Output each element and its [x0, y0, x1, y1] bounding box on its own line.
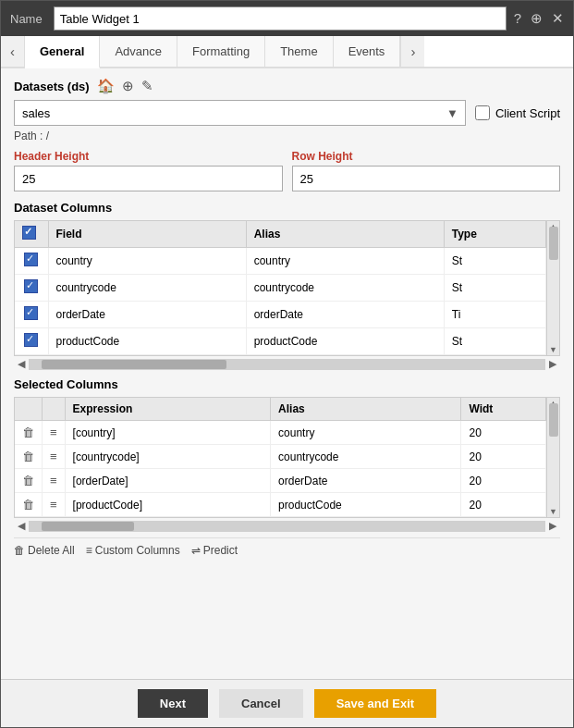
- predict-button[interactable]: ⇌ Predict: [191, 544, 238, 557]
- row-height-input[interactable]: [292, 166, 561, 191]
- sel-col-header-del: [15, 398, 43, 421]
- alias-orderdate: orderDate: [246, 302, 444, 328]
- tab-scroll-left[interactable]: ‹: [1, 36, 25, 67]
- drag-icon[interactable]: ≡: [50, 450, 57, 463]
- alias-country: country: [246, 248, 444, 275]
- tab-advance[interactable]: Advance: [100, 36, 177, 67]
- drag-icon[interactable]: ≡: [50, 474, 57, 487]
- custom-columns-button[interactable]: ≡ Custom Columns: [86, 544, 180, 557]
- client-script-checkbox[interactable]: [475, 105, 490, 120]
- alias-sel-countrycode: countrycode: [271, 445, 461, 469]
- cancel-button[interactable]: Cancel: [219, 689, 303, 718]
- selected-columns-section: Selected Columns Expression Alias Widt: [14, 377, 560, 534]
- edit-dataset-icon[interactable]: ✎: [141, 78, 153, 94]
- name-label: Name: [10, 12, 43, 26]
- col-header-alias: Alias: [246, 221, 444, 248]
- dataset-hscroll-area: ◀ ▶: [14, 356, 560, 372]
- row-check-countrycode: [15, 275, 48, 302]
- table-row: 🗑 ≡ [country] country 20: [15, 421, 546, 445]
- dataset-select[interactable]: sales: [14, 100, 466, 126]
- title-icons: ? ⊕ ✕: [514, 10, 564, 27]
- alias-sel-country: country: [271, 421, 461, 445]
- checkbox-productcode[interactable]: [24, 333, 38, 347]
- trash-icon[interactable]: 🗑: [22, 426, 34, 439]
- predict-icon: ⇌: [191, 544, 201, 557]
- height-fields: Header Height Row Height: [14, 150, 560, 191]
- sel-col-header-expression: Expression: [65, 398, 270, 421]
- close-icon[interactable]: ✕: [552, 10, 564, 27]
- move-productcode: ≡: [43, 493, 66, 517]
- save-exit-button[interactable]: Save and Exit: [314, 689, 437, 718]
- tab-formatting[interactable]: Formatting: [177, 36, 265, 67]
- row-check-country: [15, 248, 48, 275]
- name-input[interactable]: [54, 6, 507, 31]
- vscroll-down-arrow[interactable]: ▼: [547, 345, 559, 354]
- alias-sel-orderdate: orderDate: [271, 469, 461, 493]
- delete-all-icon: 🗑: [14, 544, 25, 557]
- expr-country: [country]: [65, 421, 270, 445]
- main-window: Name ? ⊕ ✕ ‹ General Advance Formatting …: [0, 0, 574, 728]
- drag-icon[interactable]: ≡: [50, 426, 57, 439]
- trash-icon[interactable]: 🗑: [22, 450, 34, 463]
- del-orderdate: 🗑: [15, 469, 43, 493]
- delete-all-button[interactable]: 🗑 Delete All: [14, 544, 75, 557]
- sel-vscroll-down-arrow[interactable]: ▼: [547, 507, 559, 516]
- field-orderdate: orderDate: [48, 302, 246, 328]
- table-row: country country St: [15, 248, 546, 275]
- header-height-group: Header Height: [14, 150, 283, 191]
- move-orderdate: ≡: [43, 469, 66, 493]
- path-row: Path : /: [14, 130, 560, 142]
- sel-hscroll-left-arrow[interactable]: ◀: [14, 518, 29, 534]
- tab-general[interactable]: General: [25, 36, 100, 68]
- type-country: St: [444, 248, 545, 275]
- drag-icon[interactable]: ≡: [50, 498, 57, 512]
- title-bar: Name ? ⊕ ✕: [1, 1, 573, 36]
- dataset-columns-title: Dataset Columns: [14, 201, 560, 215]
- checkbox-orderdate[interactable]: [24, 306, 38, 320]
- del-productcode: 🗑: [15, 493, 43, 517]
- row-height-group: Row Height: [292, 150, 561, 191]
- tab-events[interactable]: Events: [334, 36, 401, 67]
- header-checkbox[interactable]: [22, 226, 36, 240]
- move-country: ≡: [43, 421, 66, 445]
- expr-countrycode: [countrycode]: [65, 445, 270, 469]
- type-productcode: St: [444, 328, 545, 355]
- client-script-label: Client Script: [495, 106, 560, 120]
- width-productcode: 20: [461, 493, 546, 517]
- table-row: productCode productCode St: [15, 328, 546, 355]
- expr-orderdate: [orderDate]: [65, 469, 270, 493]
- selected-hscroll-area: ◀ ▶: [14, 518, 560, 534]
- selected-hscroll-thumb: [42, 522, 134, 531]
- width-country: 20: [461, 421, 546, 445]
- col-header-field: Field: [48, 221, 246, 248]
- selected-columns-table: Expression Alias Widt 🗑 ≡ [country] coun…: [15, 398, 546, 517]
- selected-hscroll[interactable]: [29, 521, 545, 532]
- sel-col-header-width: Widt: [461, 398, 546, 421]
- add-dataset-icon[interactable]: ⊕: [122, 78, 134, 94]
- home-icon[interactable]: 🏠: [97, 78, 115, 94]
- trash-icon[interactable]: 🗑: [22, 474, 34, 487]
- del-countrycode: 🗑: [15, 445, 43, 469]
- table-row: 🗑 ≡ [productCode] productCode 20: [15, 493, 546, 517]
- dataset-hscroll-thumb: [42, 360, 226, 369]
- hscroll-right-arrow[interactable]: ▶: [545, 356, 560, 372]
- next-button[interactable]: Next: [138, 689, 208, 718]
- type-orderdate: Ti: [444, 302, 545, 328]
- dataset-hscroll[interactable]: [29, 359, 545, 370]
- help-icon[interactable]: ?: [514, 10, 521, 27]
- dataset-columns-table-outer: Field Alias Type country country St: [14, 220, 560, 356]
- tab-scroll-right[interactable]: ›: [400, 36, 424, 67]
- trash-icon[interactable]: 🗑: [22, 498, 34, 512]
- checkbox-countrycode[interactable]: [24, 279, 38, 293]
- checkbox-country[interactable]: [24, 253, 38, 266]
- row-check-orderdate: [15, 302, 48, 328]
- dataset-table-vscroll[interactable]: ▲ ▼: [546, 221, 559, 355]
- dataset-columns-table: Field Alias Type country country St: [15, 221, 546, 355]
- move-icon[interactable]: ⊕: [531, 10, 543, 27]
- hscroll-left-arrow[interactable]: ◀: [14, 356, 29, 372]
- header-height-input[interactable]: [14, 166, 283, 191]
- sel-hscroll-right-arrow[interactable]: ▶: [545, 518, 560, 534]
- client-script-group: Client Script: [475, 105, 560, 120]
- tab-theme[interactable]: Theme: [265, 36, 333, 67]
- selected-table-vscroll[interactable]: ▲ ▼: [546, 398, 559, 517]
